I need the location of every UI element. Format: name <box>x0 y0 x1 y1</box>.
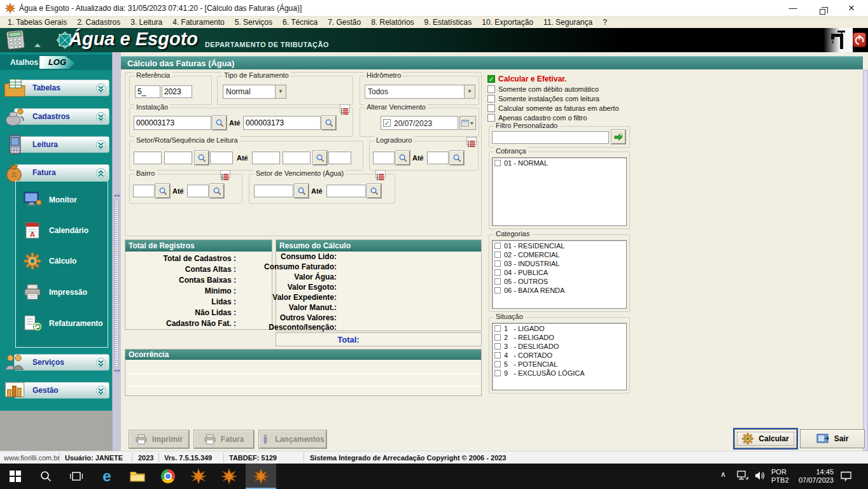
search-magnifier-button[interactable] <box>313 151 327 165</box>
chevron-double-down-icon[interactable] <box>96 112 106 122</box>
search-magnifier-button[interactable] <box>195 151 209 165</box>
checkbox[interactable] <box>494 343 501 350</box>
cadastro-com-filtro-option[interactable]: Apenas cadastro com o filtro <box>487 114 587 122</box>
restore-button[interactable] <box>809 0 835 17</box>
chevron-double-down-icon[interactable] <box>96 386 106 395</box>
checkbox[interactable] <box>494 287 501 294</box>
sidebar-group-fatura[interactable]: Fatura <box>14 164 109 181</box>
checkbox[interactable] <box>494 325 501 332</box>
search-magnifier-button[interactable] <box>396 151 410 165</box>
tray-language-indicator[interactable]: POR PTB2 <box>771 468 789 485</box>
search-magnifier-button[interactable] <box>450 151 464 165</box>
search-magnifier-button[interactable] <box>295 184 309 198</box>
checkbox[interactable] <box>487 114 495 122</box>
checkbox[interactable] <box>494 334 501 341</box>
calendar-dropdown-button[interactable]: ▼ <box>459 116 476 130</box>
sequencia-from-input[interactable] <box>210 152 233 164</box>
splitter-arrows-icon[interactable]: ◄► <box>113 369 122 372</box>
sidebar-splitter[interactable]: ◄► ◄► <box>112 52 121 451</box>
menu-faturamento[interactable]: 4. Faturamento <box>167 18 229 27</box>
calcular-efetivar-option[interactable]: ✓ Calcular e Efetivar. <box>487 74 566 83</box>
menu-tecnica[interactable]: 6. Técnica <box>277 18 323 27</box>
setor-from-input[interactable] <box>134 152 162 164</box>
sidebar-group-tabelas[interactable]: Tabelas <box>14 80 109 96</box>
calcular-button[interactable]: Calcular <box>734 429 797 448</box>
instalacao-from-input[interactable] <box>134 116 211 130</box>
list-icon[interactable] <box>466 137 477 145</box>
list-item[interactable]: 05 - OUTROS <box>494 277 626 285</box>
debito-automatico-option[interactable]: Somente com débito automático <box>487 85 599 93</box>
chevron-down-icon[interactable]: ▼ <box>464 85 475 98</box>
search-magnifier-button[interactable] <box>210 184 224 198</box>
faturas-em-aberto-option[interactable]: Calcular somente as faturas em aberto <box>487 104 619 112</box>
list-item[interactable]: 1 - LIGADO <box>494 324 626 332</box>
checkbox[interactable] <box>494 243 501 249</box>
lancamentos-button[interactable]: Lançamentos <box>259 430 326 448</box>
splitter-grip[interactable] <box>115 200 119 367</box>
checkbox[interactable] <box>487 95 495 103</box>
tray-chevron-up-icon[interactable]: ∧ <box>720 470 726 479</box>
list-item[interactable]: 04 - PUBLICA <box>494 268 626 276</box>
fatura-button[interactable]: Fatura <box>194 430 254 448</box>
menu-cadastros[interactable]: 2. Cadastros <box>72 18 125 27</box>
power-button[interactable] <box>853 32 866 47</box>
minimize-button[interactable]: — <box>780 0 806 17</box>
menu-estatisticas[interactable]: 9. Estatísticas <box>419 18 477 27</box>
internet-explorer-icon[interactable]: e <box>92 464 122 489</box>
log-badge[interactable]: LOG <box>39 56 75 69</box>
chevron-double-up-icon[interactable] <box>96 168 106 178</box>
logradouro-to-input[interactable] <box>427 152 449 164</box>
search-magnifier-button[interactable] <box>367 184 381 198</box>
list-item[interactable]: 3 - DESLIGADO <box>494 342 626 350</box>
setor-to-input[interactable] <box>252 152 280 164</box>
chevron-down-icon[interactable]: ▼ <box>275 85 286 98</box>
instalacao-to-input[interactable] <box>243 116 321 130</box>
referencia-year-input[interactable] <box>162 85 192 98</box>
chevron-double-down-icon[interactable] <box>96 140 106 150</box>
cobranca-listbox[interactable]: 01 - NORMAL <box>492 157 627 226</box>
start-button[interactable] <box>0 464 31 489</box>
checkbox[interactable] <box>494 252 501 258</box>
sequencia-to-input[interactable] <box>328 152 351 164</box>
sair-button[interactable]: Sair <box>800 429 865 448</box>
vencimento-checkbox[interactable]: ✓ <box>383 119 391 127</box>
checkbox[interactable] <box>494 361 501 367</box>
chrome-icon[interactable] <box>153 464 183 489</box>
search-magnifier-button[interactable] <box>322 116 336 130</box>
list-icon[interactable] <box>375 170 386 178</box>
close-button[interactable]: × <box>839 0 864 17</box>
list-item[interactable]: 9 - EXCLUSÃO LÓGICA <box>494 369 626 377</box>
sidebar-group-cadastros[interactable]: Cadastros <box>14 108 109 125</box>
hidrometro-select[interactable]: Todos ▼ <box>365 85 475 99</box>
vencimento-date-field[interactable]: ✓ 20/07/2023 <box>381 116 458 130</box>
fiorilli-app-icon[interactable] <box>214 464 244 489</box>
vertical-scrollbar[interactable] <box>863 70 868 451</box>
fiorilli-app-icon-active[interactable] <box>246 464 276 489</box>
imprimir-button[interactable]: Imprimir <box>129 430 189 448</box>
sidebar-item-monitor[interactable]: Monitor <box>20 190 105 209</box>
sidebar-group-gestao[interactable]: Gestão <box>14 382 109 399</box>
menu-seguranca[interactable]: 11. Segurança <box>538 18 598 27</box>
menu-help[interactable]: ? <box>598 18 612 27</box>
bairro-to-input[interactable] <box>187 185 209 197</box>
apply-filter-button[interactable] <box>612 130 626 144</box>
list-item[interactable]: 01 - RESIDENCIAL <box>494 241 626 250</box>
tipo-faturamento-select[interactable]: Normal ▼ <box>223 85 286 99</box>
chevron-double-down-icon[interactable] <box>96 83 106 93</box>
checkbox[interactable] <box>494 160 501 166</box>
categorias-listbox[interactable]: 01 - RESIDENCIAL 02 - COMERCIAL 03 - IND… <box>492 240 627 309</box>
checkbox[interactable] <box>487 85 495 93</box>
sidebar-item-calculo[interactable]: Cálculo <box>20 252 105 271</box>
sidebar-group-servicos[interactable]: Serviços <box>14 354 109 371</box>
checkbox[interactable] <box>487 104 495 112</box>
list-item[interactable]: 4 - CORTADO <box>494 351 626 359</box>
list-item[interactable]: 02 - COMERCIAL <box>494 250 626 259</box>
list-item[interactable]: 5 - POTENCIAL <box>494 360 626 368</box>
file-explorer-icon[interactable] <box>122 464 153 489</box>
network-icon[interactable] <box>737 471 748 483</box>
search-magnifier-button[interactable] <box>156 184 170 198</box>
setor-vencimento-from-input[interactable] <box>254 185 293 197</box>
sidebar-group-leitura[interactable]: Leitura <box>14 136 109 153</box>
logradouro-from-input[interactable] <box>373 152 395 164</box>
splitter-arrows-icon[interactable]: ◄► <box>113 194 122 197</box>
